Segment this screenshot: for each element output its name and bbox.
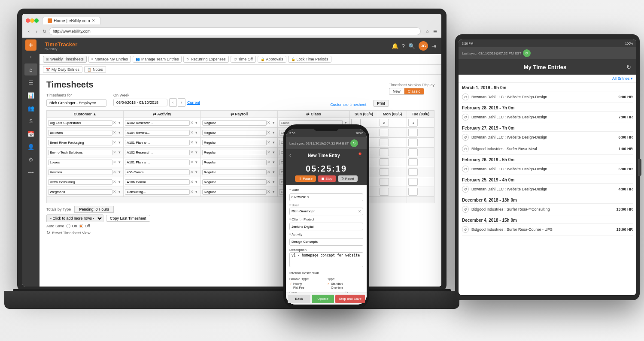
payroll-clear-icon[interactable]: ✕ [267, 180, 270, 184]
payroll-dropdown-icon[interactable]: ▾ [271, 160, 276, 165]
mon-input[interactable] [380, 129, 389, 136]
activity-clear-icon[interactable]: ✕ [190, 170, 194, 174]
nav-manage-my-entries[interactable]: ≡ Manage My Entries [88, 56, 131, 63]
mon-input[interactable] [380, 148, 389, 156]
tab-close[interactable]: ✕ [92, 18, 95, 23]
activity-dropdown-icon[interactable]: ▾ [194, 140, 199, 145]
list-item[interactable]: ⏱ Bowman Dahl LLC : Website Design-Desig… [462, 163, 633, 175]
timesheets-for-select[interactable]: Rich Groninger - Employee [46, 99, 106, 107]
customer-dropdown-icon[interactable]: ▾ [117, 189, 122, 194]
autosave-on-radio[interactable] [66, 224, 70, 228]
help-icon[interactable]: ? [402, 43, 405, 49]
customer-input[interactable] [48, 130, 112, 136]
tue-input[interactable] [408, 188, 418, 196]
update-button[interactable]: Update [312, 295, 334, 303]
activity-input[interactable] [125, 120, 189, 126]
phone-location-icon[interactable]: 📍 [357, 152, 363, 158]
stop-save-button[interactable]: Stop and Save [335, 295, 365, 303]
customer-input[interactable] [48, 160, 112, 165]
activity-input[interactable] [289, 238, 363, 246]
forward-button[interactable]: › [33, 28, 39, 34]
customer-clear-icon[interactable]: ✕ [113, 121, 116, 125]
nav-lock-time-periods[interactable]: 🔒 Lock Time Periods [288, 56, 331, 63]
payroll-dropdown-icon[interactable]: ▾ [271, 140, 276, 145]
next-week-button[interactable]: › [178, 98, 185, 107]
flat-fee-option[interactable]: Flat Fee [289, 286, 325, 289]
pause-button[interactable]: ⏸ Pause [295, 175, 316, 182]
list-item[interactable]: ⏱ Bidgood Industries : Surfer Rosa-Meal … [462, 143, 633, 155]
sidebar-item-billing[interactable]: $ [24, 115, 37, 127]
bell-icon[interactable]: 🔔 [392, 43, 398, 49]
activity-input[interactable] [125, 140, 189, 145]
traffic-light-yellow[interactable] [30, 18, 34, 23]
nav-manage-team-entries[interactable]: 👥 Manage Team Entries [133, 56, 182, 63]
menu-icon[interactable]: ☰ [432, 28, 438, 34]
tue-input[interactable] [408, 148, 418, 156]
mon-input[interactable] [380, 158, 389, 166]
tablet-sync-button[interactable]: ↻ [523, 49, 531, 57]
activity-input[interactable] [125, 150, 189, 155]
payroll-input[interactable] [202, 169, 267, 175]
customer-input[interactable] [48, 120, 112, 126]
customer-dropdown-icon[interactable]: ▾ [117, 150, 122, 155]
address-bar[interactable]: http://www.ebillity.com [49, 27, 421, 35]
logout-icon[interactable]: ⇥ [431, 43, 436, 49]
activity-clear-icon[interactable]: ✕ [190, 140, 194, 145]
all-entries-dropdown[interactable]: All Entries ▾ [612, 76, 633, 81]
user-input[interactable] [290, 208, 357, 215]
customer-input[interactable] [48, 150, 112, 155]
customer-dropdown-icon[interactable]: ▾ [117, 169, 122, 175]
tue-input[interactable] [408, 178, 418, 186]
bookmark-icon[interactable]: ☆ [424, 28, 430, 34]
reload-button[interactable]: ↻ [41, 28, 47, 34]
payroll-clear-icon[interactable]: ✕ [267, 170, 270, 174]
version-classic-button[interactable]: Classic [404, 88, 424, 95]
customer-clear-icon[interactable]: ✕ [113, 130, 116, 135]
payroll-input[interactable] [202, 150, 267, 155]
reset-button[interactable]: ↻ Reset [338, 175, 358, 182]
sidebar-item-users[interactable]: 👤 [24, 141, 37, 153]
customer-clear-icon[interactable]: ✕ [113, 140, 116, 145]
customer-clear-icon[interactable]: ✕ [113, 170, 116, 174]
sidebar-item-home[interactable]: ⌂ [24, 63, 37, 75]
list-item[interactable]: ⏱ Bowman Dahl LLC : Website Design-Desig… [462, 184, 633, 195]
customer-dropdown-icon[interactable]: ▾ [117, 179, 122, 184]
traffic-light-green[interactable] [34, 18, 39, 23]
sidebar-expand-icon[interactable]: › [27, 53, 35, 60]
activity-clear-icon[interactable]: ✕ [190, 160, 194, 164]
sidebar-item-clients[interactable]: 👥 [24, 102, 37, 114]
activity-input[interactable] [125, 130, 189, 136]
nav-approvals[interactable]: 🔒 Approvals [258, 56, 286, 63]
activity-dropdown-icon[interactable]: ▾ [194, 160, 199, 165]
activity-dropdown-icon[interactable]: ▾ [194, 120, 199, 125]
payroll-input[interactable] [202, 120, 267, 126]
tue-input[interactable] [408, 139, 418, 146]
activity-dropdown-icon[interactable]: ▾ [194, 130, 199, 135]
standard-option[interactable]: ✓ Standard [327, 282, 363, 286]
payroll-dropdown-icon[interactable]: ▾ [271, 150, 276, 155]
mon-input[interactable] [380, 178, 389, 186]
tue-input[interactable] [408, 158, 418, 166]
activity-dropdown-icon[interactable]: ▾ [194, 169, 199, 175]
activity-clear-icon[interactable]: ✕ [190, 190, 194, 194]
current-link[interactable]: Current [187, 100, 200, 105]
back-button[interactable]: Back [288, 295, 310, 303]
tue-input[interactable] [408, 168, 418, 176]
sidebar-item-timesheets[interactable]: ☰ [24, 76, 37, 88]
reset-label[interactable]: Reset Timesheet View [52, 231, 90, 235]
description-input[interactable]: v1 - homepage concept for website [289, 252, 363, 267]
nav-time-off[interactable]: ⏱ Time Off [231, 56, 256, 63]
payroll-clear-icon[interactable]: ✕ [267, 150, 270, 154]
customer-clear-icon[interactable]: ✕ [113, 150, 116, 154]
version-new-button[interactable]: New [389, 88, 404, 95]
week-range-input[interactable] [113, 99, 167, 106]
date-input[interactable] [289, 193, 363, 201]
customer-input[interactable] [48, 189, 112, 195]
activity-input[interactable] [125, 179, 189, 185]
payroll-input[interactable] [202, 140, 267, 145]
nav-notes[interactable]: 📋 Notes [84, 66, 106, 73]
customer-dropdown-icon[interactable]: ▾ [117, 140, 122, 145]
activity-dropdown-icon[interactable]: ▾ [194, 189, 199, 194]
customer-dropdown-icon[interactable]: ▾ [117, 120, 122, 125]
payroll-dropdown-icon[interactable]: ▾ [271, 169, 276, 175]
